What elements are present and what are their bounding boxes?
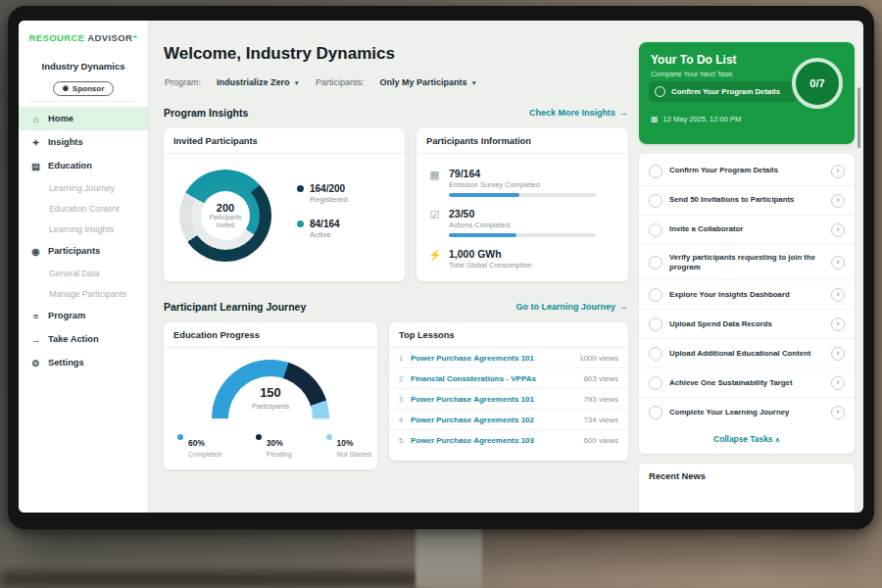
sidebar-item-participants[interactable]: ◉Participants xyxy=(19,239,148,263)
nav-label: Settings xyxy=(48,358,84,368)
sidebar-item-home[interactable]: ⌂Home xyxy=(19,107,148,130)
screen: RESOURCE ADVISOR+ Industry Dynamics ◉ Sp… xyxy=(19,21,863,513)
todo-summary-card: Your To Do List Complete Your Next Task:… xyxy=(639,42,855,144)
sponsor-icon: ◉ xyxy=(63,84,69,92)
sidebar-item-insights[interactable]: ✦Insights xyxy=(19,130,148,154)
collapse-tasks-button[interactable]: Collapse Tasks ∧ xyxy=(639,426,855,451)
program-select[interactable]: Industrialize Zero▼ xyxy=(217,77,300,87)
task-row[interactable]: Send 50 Invitations to Participants› xyxy=(639,186,855,216)
check-more-insights-link[interactable]: Check More Insights→ xyxy=(529,108,628,118)
scrollbar[interactable] xyxy=(858,87,860,148)
participants-label: Participants: xyxy=(316,77,365,87)
card-title: Top Lessons xyxy=(389,322,628,348)
task-row[interactable]: Explore Your Insights Dashboard› xyxy=(639,280,855,310)
sidebar-item-settings[interactable]: ⚙Settings xyxy=(19,351,148,374)
task-checkbox[interactable] xyxy=(649,223,662,237)
task-checkbox[interactable] xyxy=(649,256,662,270)
task-checkbox[interactable] xyxy=(649,288,662,302)
link-label: Check More Insights xyxy=(529,108,615,118)
nav-label: Education xyxy=(48,161,92,171)
insights-icon: ✦ xyxy=(30,137,41,148)
lesson-link[interactable]: Power Purchase Agreements 103 xyxy=(411,436,583,445)
go-to-learning-journey-link[interactable]: Go to Learning Journey→ xyxy=(515,302,628,312)
lesson-link[interactable]: Power Purchase Agreements 101 xyxy=(411,395,583,404)
chevron-right-icon[interactable]: › xyxy=(831,165,845,178)
sidebar-nav: ⌂Home ✦Insights ▤Education Learning Jour… xyxy=(19,107,148,374)
legend-item: 10%Not Started xyxy=(326,432,371,458)
chevron-right-icon[interactable]: › xyxy=(831,406,845,419)
top-lessons-card: Top Lessons 1Power Purchase Agreements 1… xyxy=(389,322,628,461)
task-label: Complete Your Learning Journey xyxy=(669,408,824,417)
legend-item: 84/164 Active xyxy=(297,219,348,239)
learning-journey-header: Participant Learning Journey Go to Learn… xyxy=(164,301,628,313)
chevron-right-icon[interactable]: › xyxy=(831,318,845,331)
sidebar-item-program[interactable]: ≡Program xyxy=(19,304,148,327)
sponsor-badge[interactable]: ◉ Sponsor xyxy=(53,81,115,96)
sidebar-item-learning-journey[interactable]: Learning Journey xyxy=(19,177,148,198)
sidebar-item-take-action[interactable]: →Take Action xyxy=(19,327,148,351)
task-checkbox[interactable] xyxy=(649,318,662,331)
sidebar-item-general-data[interactable]: General Data xyxy=(19,263,148,283)
lesson-views: 1000 views xyxy=(579,354,618,363)
section-heading: Program Insights xyxy=(164,107,248,119)
chevron-right-icon[interactable]: › xyxy=(831,288,845,302)
chevron-right-icon[interactable]: › xyxy=(831,194,845,208)
task-checkbox[interactable] xyxy=(649,347,662,361)
lesson-row: 3Power Purchase Agreements 101793 views xyxy=(389,389,628,410)
chevron-right-icon[interactable]: › xyxy=(831,376,845,390)
donut-center-label: Participants Invited xyxy=(204,214,247,229)
task-checkbox[interactable] xyxy=(649,165,662,178)
stat-actions-completed: ☑ 23/50 Actions Completed xyxy=(428,208,616,237)
legend-dot xyxy=(256,434,262,440)
task-label: Explore Your Insights Dashboard xyxy=(669,290,824,300)
todo-next-task[interactable]: Confirm Your Program Details xyxy=(649,81,796,102)
sidebar-item-learning-insights[interactable]: Learning Insights xyxy=(19,219,148,239)
sidebar-item-manage-participants[interactable]: Manage Participants xyxy=(19,283,148,304)
task-row[interactable]: Upload Spend Data Records› xyxy=(639,310,855,339)
stat-label: Total Global Consumption xyxy=(449,261,532,270)
stat-value: 23/50 xyxy=(449,208,596,220)
stat-label: Emission Survey Completed xyxy=(449,180,596,189)
lesson-link[interactable]: Power Purchase Agreements 102 xyxy=(411,416,583,424)
participants-select[interactable]: Only My Participants▼ xyxy=(380,77,477,87)
task-row[interactable]: Confirm Your Program Details› xyxy=(639,157,855,186)
logo-text-advisor: ADVISOR xyxy=(87,32,132,43)
sidebar-divider xyxy=(28,101,138,102)
participants-icon: ◉ xyxy=(30,246,41,257)
task-checkbox[interactable] xyxy=(649,406,662,419)
lesson-views: 793 views xyxy=(583,395,618,404)
legend-item: 60%Completed xyxy=(177,432,221,458)
task-row[interactable]: Invite a Collaborator› xyxy=(639,216,855,245)
task-checkbox[interactable] xyxy=(649,194,662,208)
task-row[interactable]: Achieve One Sustainability Target› xyxy=(639,368,855,398)
lesson-views: 600 views xyxy=(583,436,618,445)
chevron-right-icon[interactable]: › xyxy=(831,256,845,270)
arrow-right-icon: → xyxy=(619,302,628,312)
sidebar-item-education[interactable]: ▤Education xyxy=(19,154,148,177)
progress-fill xyxy=(449,233,516,237)
task-row[interactable]: Complete Your Learning Journey› xyxy=(639,398,855,426)
lesson-link[interactable]: Power Purchase Agreements 101 xyxy=(411,354,579,363)
lesson-row: 4Power Purchase Agreements 102734 views xyxy=(389,410,628,430)
logo-plus: + xyxy=(132,32,137,41)
nav-label: Take Action xyxy=(48,334,99,344)
stat-value: 1,000 GWh xyxy=(449,248,532,260)
task-label: Upload Additional Educational Content xyxy=(669,349,824,359)
legend-dot xyxy=(177,434,183,440)
todo-subtitle: Complete Your Next Task: xyxy=(651,70,734,78)
todo-due-date: ▦ 12 May 2025, 12:00 PM xyxy=(651,115,741,123)
lesson-views: 803 views xyxy=(583,374,618,383)
monitor-bezel: RESOURCE ADVISOR+ Industry Dynamics ◉ Sp… xyxy=(8,6,874,529)
stat-label: Actions Completed xyxy=(449,220,596,229)
legend-item: 164/200 Registered xyxy=(297,183,348,204)
gauge-center-label: Participants xyxy=(164,402,377,411)
chevron-right-icon[interactable]: › xyxy=(831,223,845,237)
task-row[interactable]: Upload Additional Educational Content› xyxy=(639,339,855,368)
lesson-link[interactable]: Financial Considerations - VPPAs xyxy=(411,374,583,383)
sidebar-item-education-content[interactable]: Education Content xyxy=(19,198,148,219)
task-row[interactable]: Verify participants requesting to join t… xyxy=(639,245,855,280)
checkbox-icon[interactable] xyxy=(655,86,665,97)
lesson-rank: 5 xyxy=(399,436,411,445)
chevron-right-icon[interactable]: › xyxy=(831,347,845,361)
task-checkbox[interactable] xyxy=(649,376,662,390)
